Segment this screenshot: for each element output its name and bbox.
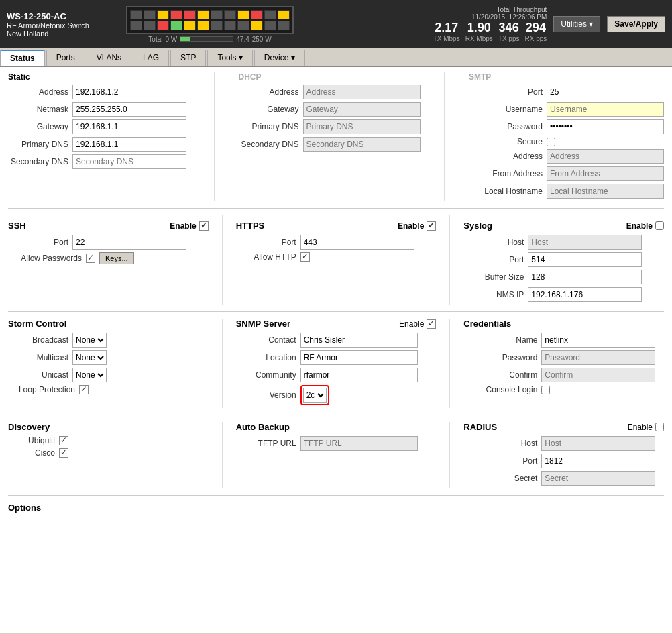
- creds-confirm-input[interactable]: [541, 368, 655, 382]
- storm-section: Storm Control Broadcast None10%20% Multi…: [8, 319, 223, 408]
- port-cell[interactable]: [184, 10, 196, 19]
- ssh-port-input[interactable]: [72, 235, 186, 250]
- address-input[interactable]: [72, 85, 186, 99]
- port-cell[interactable]: [251, 10, 263, 19]
- tx-mbps-val: 2.17: [433, 21, 460, 35]
- snmp-community-input[interactable]: [300, 368, 418, 382]
- https-enable-checkbox[interactable]: [427, 221, 436, 231]
- discovery-title: Discovery: [8, 422, 209, 432]
- smtp-from-address-input[interactable]: [547, 166, 664, 181]
- https-port-input[interactable]: [300, 235, 414, 250]
- tab-vlans[interactable]: VLANs: [87, 50, 131, 66]
- console-login-label: Console Login: [463, 385, 537, 394]
- smtp-secure-checkbox[interactable]: [547, 138, 555, 146]
- port-cell[interactable]: [278, 10, 290, 19]
- netmask-label: Netmask: [8, 105, 68, 114]
- radius-port-input[interactable]: [541, 454, 655, 468]
- port-cell[interactable]: [130, 10, 142, 19]
- port-cell[interactable]: [197, 21, 209, 30]
- syslog-title: Syslog: [463, 221, 492, 231]
- keys-button[interactable]: Keys...: [99, 252, 134, 264]
- port-cell[interactable]: [264, 21, 276, 30]
- tab-tools[interactable]: Tools: [207, 50, 252, 66]
- port-cell[interactable]: [237, 21, 249, 30]
- creds-name-input[interactable]: [541, 333, 655, 348]
- https-allow-http-checkbox[interactable]: [300, 252, 310, 262]
- snmp-contact-input[interactable]: [300, 333, 418, 348]
- loop-protection-checkbox[interactable]: [79, 385, 89, 394]
- ssh-allow-passwords-checkbox[interactable]: [86, 254, 95, 263]
- syslog-host-input[interactable]: [528, 235, 642, 250]
- ssh-enable-checkbox[interactable]: [199, 221, 209, 231]
- cisco-checkbox[interactable]: [59, 448, 68, 458]
- smtp-password-input[interactable]: [547, 119, 664, 134]
- dhcp-gateway-input[interactable]: [303, 102, 421, 117]
- tab-device[interactable]: Device: [254, 50, 305, 66]
- snmp-contact-group: Contact: [236, 333, 437, 348]
- port-cell[interactable]: [211, 21, 223, 30]
- port-cell[interactable]: [237, 10, 249, 19]
- netmask-input[interactable]: [72, 102, 186, 117]
- dhcp-address-input[interactable]: [303, 85, 421, 99]
- syslog-port-input[interactable]: [528, 252, 642, 267]
- utilities-button[interactable]: Utilities ▾: [553, 16, 600, 32]
- syslog-buffer-input[interactable]: [528, 270, 642, 284]
- port-cell[interactable]: [278, 21, 290, 30]
- broadcast-label: Broadcast: [8, 335, 68, 345]
- loop-protection-label: Loop Protection: [8, 385, 75, 394]
- port-cell[interactable]: [144, 21, 156, 30]
- tab-ports[interactable]: Ports: [46, 50, 85, 66]
- smtp-from-address-label: From Address: [469, 169, 543, 178]
- port-cell[interactable]: [224, 10, 236, 19]
- ubiquiti-checkbox[interactable]: [59, 436, 68, 445]
- port-total-row: Total 0 W 47.4 250 W: [148, 36, 271, 43]
- syslog-section: Syslog Enable Host Port Buffer Size NMS …: [450, 215, 664, 305]
- port-cell[interactable]: [157, 10, 169, 19]
- port-cell[interactable]: [197, 10, 209, 19]
- port-cell[interactable]: [224, 21, 236, 30]
- port-cell[interactable]: [157, 21, 169, 30]
- dhcp-primary-dns-input[interactable]: [303, 119, 421, 134]
- port-cell[interactable]: [211, 10, 223, 19]
- snmp-location-input[interactable]: [300, 350, 418, 365]
- tab-lag[interactable]: LAG: [133, 50, 169, 66]
- ssh-enable-label: Enable: [170, 221, 196, 231]
- dhcp-secondary-dns-input[interactable]: [303, 137, 421, 152]
- snmp-enable-checkbox[interactable]: [427, 319, 436, 329]
- snmp-community-label: Community: [236, 370, 296, 380]
- port-cell[interactable]: [170, 10, 182, 19]
- console-login-checkbox[interactable]: [541, 386, 550, 394]
- primary-dns-input[interactable]: [72, 137, 186, 152]
- smtp-secure-label: Secure: [469, 137, 543, 146]
- port-cell[interactable]: [184, 21, 196, 30]
- port-panel: Total 0 W 47.4 250 W: [121, 0, 299, 48]
- save-apply-button[interactable]: Save/Apply: [607, 16, 665, 32]
- port-cell[interactable]: [144, 10, 156, 19]
- broadcast-select[interactable]: None10%20%: [72, 333, 107, 348]
- radius-enable-checkbox[interactable]: [655, 423, 664, 431]
- unicast-select[interactable]: None10%20%: [72, 368, 107, 382]
- smtp-address-input[interactable]: [547, 149, 664, 164]
- port-cell[interactable]: [170, 21, 182, 30]
- syslog-enable-checkbox[interactable]: [655, 221, 664, 230]
- multicast-select[interactable]: None10%20%: [72, 350, 107, 365]
- smtp-port-input[interactable]: [547, 85, 600, 99]
- rx-mbps-val: 1.90: [465, 21, 493, 35]
- syslog-nms-ip-input[interactable]: [528, 287, 642, 302]
- port-cell[interactable]: [251, 21, 263, 30]
- port-cell[interactable]: [130, 21, 142, 30]
- snmp-version-select[interactable]: 12c3: [303, 388, 327, 403]
- gateway-input[interactable]: [72, 119, 186, 134]
- radius-host-input[interactable]: [541, 436, 655, 451]
- tab-status[interactable]: Status: [0, 50, 45, 66]
- https-allow-http-group: Allow HTTP: [236, 252, 437, 262]
- tftp-url-input[interactable]: [300, 436, 418, 451]
- radius-secret-input[interactable]: [541, 471, 655, 486]
- secondary-dns-input[interactable]: [72, 154, 186, 169]
- port-cell[interactable]: [264, 10, 276, 19]
- creds-password-input[interactable]: [541, 350, 655, 365]
- tab-stp[interactable]: STP: [170, 50, 206, 66]
- smtp-local-hostname-input[interactable]: [547, 184, 664, 199]
- smtp-username-input[interactable]: [547, 102, 664, 117]
- radius-port-group: Port: [463, 454, 664, 468]
